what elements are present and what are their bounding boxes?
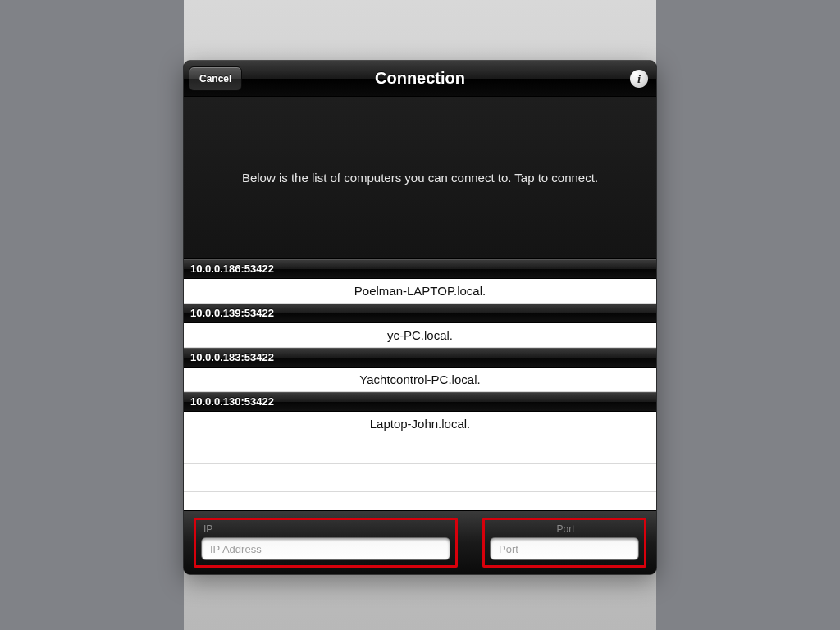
port-field-group: Port [482, 518, 646, 568]
list-section-header: 10.0.0.186:53422 [184, 259, 656, 279]
port-input[interactable] [490, 537, 639, 560]
list-item[interactable]: Poelman-LAPTOP.local. [184, 279, 656, 304]
list-item[interactable]: yc-PC.local. [184, 323, 656, 348]
list-section-header: 10.0.0.139:53422 [184, 304, 656, 323]
list-item-empty [184, 464, 656, 492]
ip-label: IP [203, 523, 450, 535]
device-frame: Cancel Connection i Below is the list of… [184, 0, 656, 630]
connection-dialog: Cancel Connection i Below is the list of… [184, 61, 656, 574]
list-item[interactable]: Yachtcontrol-PC.local. [184, 368, 656, 392]
info-icon[interactable]: i [630, 70, 648, 88]
list-item-empty [184, 436, 656, 464]
computer-list: 10.0.0.186:53422 Poelman-LAPTOP.local. 1… [184, 259, 656, 510]
page-title: Connection [375, 69, 465, 88]
list-item[interactable]: Laptop-John.local. [184, 412, 656, 436]
titlebar: Cancel Connection i [184, 61, 656, 97]
port-label: Port [492, 523, 639, 535]
intro-text: Below is the list of computers you can c… [184, 97, 656, 259]
cancel-button[interactable]: Cancel [189, 66, 242, 91]
ip-field-group: IP [194, 518, 458, 568]
list-section-header: 10.0.0.183:53422 [184, 348, 656, 368]
list-section-header: 10.0.0.130:53422 [184, 392, 656, 412]
manual-connect-bar: IP Port [184, 510, 656, 574]
list-item-empty [184, 492, 656, 510]
ip-input[interactable] [201, 537, 450, 560]
